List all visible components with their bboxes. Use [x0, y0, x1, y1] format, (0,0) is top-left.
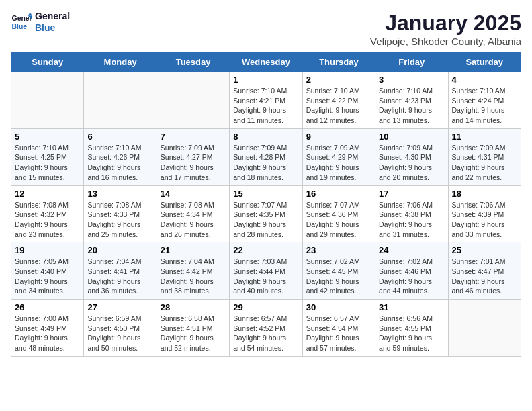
daylight-text: Daylight: 9 hours and 16 minutes.: [87, 163, 152, 182]
calendar-week-row: 5Sunrise: 7:10 AMSunset: 4:25 PMDaylight…: [11, 128, 521, 185]
day-info: Sunrise: 6:57 AMSunset: 4:54 PMDaylight:…: [306, 314, 371, 353]
sunset-text: Sunset: 4:38 PM: [379, 210, 444, 220]
sunset-text: Sunset: 4:42 PM: [161, 267, 226, 277]
day-info: Sunrise: 7:07 AMSunset: 4:36 PMDaylight:…: [306, 200, 371, 240]
day-info: Sunrise: 6:59 AMSunset: 4:50 PMDaylight:…: [87, 314, 152, 353]
calendar-cell: 4Sunrise: 7:10 AMSunset: 4:24 PMDaylight…: [448, 72, 521, 129]
sunset-text: Sunset: 4:23 PM: [379, 96, 444, 106]
daylight-text: Daylight: 9 hours and 57 minutes.: [306, 333, 371, 353]
daylight-text: Daylight: 9 hours and 31 minutes.: [379, 220, 444, 239]
daylight-text: Daylight: 9 hours and 44 minutes.: [379, 277, 444, 296]
day-info: Sunrise: 6:57 AMSunset: 4:52 PMDaylight:…: [233, 314, 298, 353]
calendar-cell: 21Sunrise: 7:04 AMSunset: 4:42 PMDayligh…: [157, 242, 229, 300]
daylight-text: Daylight: 9 hours and 23 minutes.: [15, 220, 80, 239]
sunset-text: Sunset: 4:47 PM: [452, 267, 517, 277]
calendar-header: SundayMondayTuesdayWednesdayThursdayFrid…: [11, 53, 521, 72]
sunset-text: Sunset: 4:39 PM: [452, 210, 517, 220]
sunrise-text: Sunrise: 7:07 AM: [306, 200, 371, 210]
daylight-text: Daylight: 9 hours and 11 minutes.: [233, 105, 298, 125]
calendar-cell: 2Sunrise: 7:10 AMSunset: 4:22 PMDaylight…: [302, 72, 375, 129]
calendar-table: SundayMondayTuesdayWednesdayThursdayFrid…: [11, 52, 521, 357]
sunset-text: Sunset: 4:40 PM: [15, 267, 80, 277]
sunset-text: Sunset: 4:52 PM: [233, 324, 298, 334]
day-number: 15: [233, 189, 298, 199]
day-number: 11: [452, 132, 517, 142]
calendar-cell: 23Sunrise: 7:02 AMSunset: 4:45 PMDayligh…: [302, 242, 375, 300]
day-number: 28: [161, 302, 226, 312]
daylight-text: Daylight: 9 hours and 54 minutes.: [233, 333, 298, 353]
sunset-text: Sunset: 4:50 PM: [87, 324, 152, 334]
day-info: Sunrise: 7:10 AMSunset: 4:23 PMDaylight:…: [379, 86, 444, 126]
weekday-header: Sunday: [11, 53, 84, 72]
day-number: 1: [233, 75, 298, 85]
day-number: 12: [15, 189, 80, 199]
title-block: January 2025 Velipoje, Shkoder County, A…: [370, 11, 521, 47]
sunset-text: Sunset: 4:49 PM: [15, 324, 80, 334]
sunrise-text: Sunrise: 7:02 AM: [306, 257, 371, 267]
day-info: Sunrise: 7:00 AMSunset: 4:49 PMDaylight:…: [15, 314, 80, 353]
daylight-text: Daylight: 9 hours and 17 minutes.: [161, 163, 226, 182]
day-info: Sunrise: 7:09 AMSunset: 4:27 PMDaylight:…: [161, 143, 226, 183]
sunrise-text: Sunrise: 7:00 AM: [15, 314, 80, 324]
calendar-cell: 18Sunrise: 7:06 AMSunset: 4:39 PMDayligh…: [448, 185, 521, 242]
calendar-subtitle: Velipoje, Shkoder County, Albania: [370, 36, 521, 47]
sunrise-text: Sunrise: 7:08 AM: [15, 200, 80, 210]
sunset-text: Sunset: 4:35 PM: [233, 210, 298, 220]
day-info: Sunrise: 7:08 AMSunset: 4:34 PMDaylight:…: [161, 200, 226, 240]
sunset-text: Sunset: 4:34 PM: [161, 210, 226, 220]
day-number: 19: [15, 245, 80, 255]
daylight-text: Daylight: 9 hours and 52 minutes.: [161, 333, 226, 353]
calendar-cell: [11, 72, 84, 129]
calendar-cell: 9Sunrise: 7:09 AMSunset: 4:29 PMDaylight…: [302, 128, 375, 185]
svg-marker-2: [28, 12, 32, 15]
day-number: 25: [452, 245, 517, 255]
day-number: 10: [379, 132, 444, 142]
day-number: 31: [379, 302, 444, 312]
day-info: Sunrise: 7:10 AMSunset: 4:22 PMDaylight:…: [306, 86, 371, 126]
sunrise-text: Sunrise: 7:10 AM: [379, 86, 444, 96]
sunset-text: Sunset: 4:30 PM: [379, 152, 444, 163]
daylight-text: Daylight: 9 hours and 38 minutes.: [161, 277, 226, 296]
weekday-header: Tuesday: [157, 53, 229, 72]
daylight-text: Daylight: 9 hours and 13 minutes.: [379, 105, 444, 125]
day-number: 2: [306, 75, 371, 85]
calendar-cell: 7Sunrise: 7:09 AMSunset: 4:27 PMDaylight…: [157, 128, 229, 185]
day-info: Sunrise: 6:56 AMSunset: 4:55 PMDaylight:…: [379, 314, 444, 353]
sunrise-text: Sunrise: 7:10 AM: [306, 86, 371, 96]
day-number: 26: [15, 302, 80, 312]
page-header: General Blue General Blue January 2025 V…: [11, 11, 521, 47]
day-info: Sunrise: 7:02 AMSunset: 4:46 PMDaylight:…: [379, 257, 444, 296]
sunrise-text: Sunrise: 6:56 AM: [379, 314, 444, 324]
day-info: Sunrise: 7:10 AMSunset: 4:25 PMDaylight:…: [15, 143, 80, 183]
day-info: Sunrise: 7:10 AMSunset: 4:21 PMDaylight:…: [233, 86, 298, 126]
daylight-text: Daylight: 9 hours and 34 minutes.: [15, 277, 80, 296]
calendar-cell: 28Sunrise: 6:58 AMSunset: 4:51 PMDayligh…: [157, 300, 229, 357]
sunrise-text: Sunrise: 6:57 AM: [306, 314, 371, 324]
daylight-text: Daylight: 9 hours and 33 minutes.: [452, 220, 517, 239]
day-number: 21: [161, 245, 226, 255]
day-info: Sunrise: 7:04 AMSunset: 4:42 PMDaylight:…: [161, 257, 226, 296]
weekday-header: Monday: [84, 53, 157, 72]
daylight-text: Daylight: 9 hours and 14 minutes.: [452, 105, 517, 125]
sunrise-text: Sunrise: 6:58 AM: [161, 314, 226, 324]
daylight-text: Daylight: 9 hours and 46 minutes.: [452, 277, 517, 296]
sunrise-text: Sunrise: 7:09 AM: [233, 143, 298, 153]
calendar-cell: 1Sunrise: 7:10 AMSunset: 4:21 PMDaylight…: [230, 72, 302, 129]
calendar-cell: 14Sunrise: 7:08 AMSunset: 4:34 PMDayligh…: [157, 185, 229, 242]
calendar-cell: 13Sunrise: 7:08 AMSunset: 4:33 PMDayligh…: [84, 185, 157, 242]
sunrise-text: Sunrise: 7:04 AM: [161, 257, 226, 267]
sunset-text: Sunset: 4:36 PM: [306, 210, 371, 220]
sunrise-text: Sunrise: 7:01 AM: [452, 257, 517, 267]
sunset-text: Sunset: 4:46 PM: [379, 267, 444, 277]
day-info: Sunrise: 7:08 AMSunset: 4:32 PMDaylight:…: [15, 200, 80, 240]
sunset-text: Sunset: 4:41 PM: [87, 267, 152, 277]
sunrise-text: Sunrise: 7:09 AM: [306, 143, 371, 153]
calendar-cell: 10Sunrise: 7:09 AMSunset: 4:30 PMDayligh…: [375, 128, 448, 185]
sunrise-text: Sunrise: 7:10 AM: [87, 143, 152, 153]
calendar-cell: 3Sunrise: 7:10 AMSunset: 4:23 PMDaylight…: [375, 72, 448, 129]
day-number: 6: [87, 132, 152, 142]
sunset-text: Sunset: 4:25 PM: [15, 152, 80, 163]
daylight-text: Daylight: 9 hours and 36 minutes.: [87, 277, 152, 296]
sunset-text: Sunset: 4:27 PM: [161, 152, 226, 163]
sunrise-text: Sunrise: 7:06 AM: [452, 200, 517, 210]
